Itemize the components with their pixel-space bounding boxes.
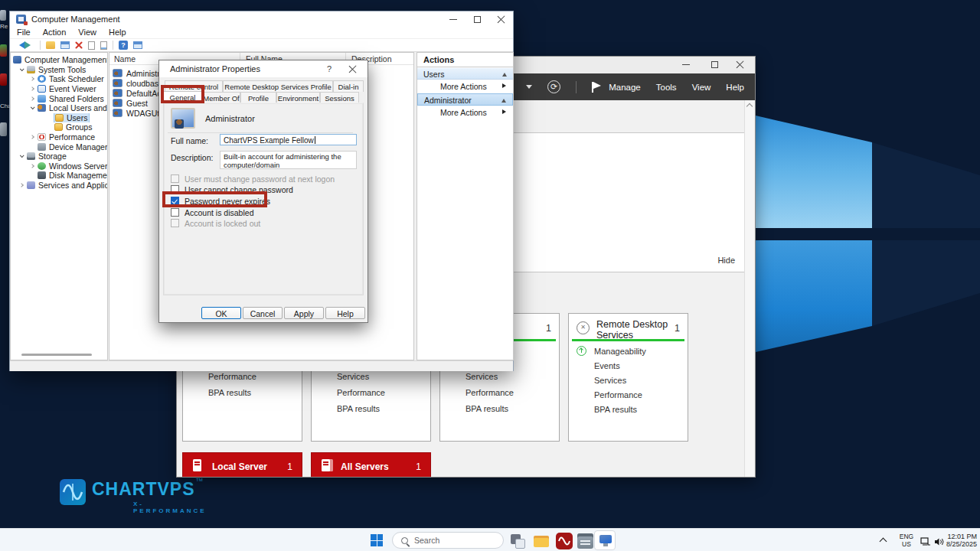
user-row-guest[interactable]: Guest (113, 98, 148, 108)
tile-link[interactable]: BPA results (337, 404, 380, 413)
manage-menu[interactable]: Manage (609, 83, 641, 92)
tree-item-task-scheduler[interactable]: Task Scheduler (11, 74, 107, 84)
help-menu[interactable]: Help (109, 28, 126, 37)
hide-link[interactable]: Hide (717, 256, 735, 265)
tab-member-of[interactable]: Member Of (202, 92, 240, 103)
actions-users-section[interactable]: Users (417, 67, 513, 80)
language-indicator[interactable]: ENGUS (897, 533, 916, 548)
close-icon[interactable] (737, 60, 744, 68)
help-menu[interactable]: Help (726, 83, 744, 92)
refresh-icon[interactable]: ⟳ (547, 80, 560, 93)
description-field[interactable]: Built-in account for administering the c… (220, 151, 357, 169)
chevron-collapsed-icon[interactable] (30, 86, 34, 91)
tab-rds-profile[interactable]: Remote Desktop Services Profile (223, 80, 333, 92)
checkbox-row-cannot-change-password[interactable]: User cannot change password (171, 184, 293, 194)
scrollbar[interactable] (744, 100, 754, 478)
tab-remote-control[interactable]: Remote control (165, 80, 223, 92)
tree-item-event-viewer[interactable]: Event Viewer (11, 84, 107, 94)
tree-item-performance[interactable]: Performance (11, 132, 107, 142)
view-menu[interactable]: View (692, 83, 711, 92)
chevron-collapsed-icon[interactable] (30, 96, 34, 101)
network-icon[interactable] (920, 536, 931, 549)
local-server-tile[interactable]: Local Server 1 (182, 452, 302, 478)
checkbox-row-password-never-expires[interactable]: Password never expires (171, 196, 270, 206)
titlebar[interactable]: Computer Management (10, 11, 513, 26)
tile-link[interactable]: Performance (466, 388, 514, 397)
computer-management-button-active[interactable] (594, 530, 616, 550)
tree-item-disk-management[interactable]: Disk Management (11, 171, 107, 181)
start-button[interactable] (371, 534, 383, 546)
ok-button[interactable]: OK (201, 307, 241, 319)
tile-link[interactable]: BPA results (466, 404, 508, 413)
tile-link[interactable]: Events (594, 361, 620, 370)
show-console-tree-icon[interactable] (46, 41, 55, 49)
column-name[interactable]: Name (114, 54, 136, 64)
tile-link[interactable]: Performance (208, 372, 256, 381)
horizontal-scrollbar[interactable] (21, 354, 92, 356)
speaker-icon[interactable] (934, 536, 945, 549)
clock[interactable]: 12:01 PM8/25/2025 (946, 533, 977, 548)
checkbox[interactable] (171, 174, 179, 183)
search-box[interactable]: Search (392, 532, 504, 549)
apply-button[interactable]: Apply (284, 307, 324, 319)
maximize-icon[interactable] (474, 16, 481, 23)
task-view-button[interactable] (510, 533, 527, 549)
chevron-collapsed-icon[interactable] (30, 164, 34, 168)
tile-link[interactable]: BPA results (594, 405, 637, 414)
checkbox[interactable] (171, 208, 179, 217)
tile-link[interactable]: Performance (337, 388, 385, 397)
file-explorer-button[interactable] (533, 533, 550, 549)
action-menu[interactable]: Action (43, 28, 67, 37)
chevron-collapsed-icon[interactable] (30, 77, 34, 82)
tab-profile[interactable]: Profile (240, 92, 276, 103)
scroll-up-icon[interactable] (746, 103, 753, 109)
checkbox[interactable] (171, 219, 179, 227)
tree-item-system-tools[interactable]: System Tools (11, 65, 107, 75)
tree-item-root[interactable]: Computer Management (Local (11, 55, 107, 65)
tile-link[interactable]: Performance (594, 390, 642, 399)
chevron-down-icon[interactable] (526, 85, 532, 89)
tree-item-device-manager[interactable]: Device Manager (11, 142, 107, 152)
delete-icon[interactable] (75, 41, 83, 49)
tree-item-groups[interactable]: Groups (11, 122, 107, 132)
dialog-help-icon[interactable] (325, 64, 334, 73)
maximize-icon[interactable] (711, 61, 718, 68)
full-name-field[interactable]: ChartVPS Example Fellow (220, 134, 357, 145)
server-manager-button[interactable] (577, 533, 594, 549)
desktop-app-icon[interactable] (0, 73, 7, 86)
help-icon[interactable] (119, 41, 128, 50)
tile-link[interactable]: BPA results (208, 388, 251, 397)
tree-item-local-users-groups[interactable]: Local Users and Groups (11, 103, 107, 113)
view-menu[interactable]: View (78, 28, 96, 37)
tree-item-users[interactable]: Users (11, 113, 107, 123)
desktop-app-icon[interactable] (0, 122, 7, 136)
export-list-icon[interactable] (100, 41, 107, 50)
tree-item-services-applications[interactable]: Services and Applications (11, 181, 107, 191)
tree-item-storage[interactable]: Storage (11, 152, 107, 161)
minimize-icon[interactable] (449, 19, 457, 20)
file-menu[interactable]: File (17, 28, 31, 37)
more-actions-users[interactable]: More Actions (417, 80, 513, 93)
chevron-expanded-icon[interactable] (20, 67, 24, 71)
help-button[interactable]: Help (325, 307, 365, 319)
tab-environment[interactable]: Environment (276, 92, 320, 103)
more-actions-administrator[interactable]: More Actions (417, 106, 513, 119)
minimize-icon[interactable] (682, 64, 690, 65)
desktop-app-icon[interactable] (0, 44, 7, 57)
close-icon[interactable] (498, 15, 505, 23)
actions-pane-icon[interactable] (133, 41, 142, 49)
tools-menu[interactable]: Tools (656, 83, 677, 92)
checkbox[interactable] (171, 185, 179, 194)
remote-desktop-services-tile[interactable]: ✕ Remote Desktop Services 1 Manageabilit… (568, 313, 688, 442)
checkbox-row-account-disabled[interactable]: Account is disabled (171, 207, 253, 217)
chartvps-app-button[interactable] (556, 533, 573, 549)
checkbox-checked[interactable] (171, 197, 179, 205)
tree-item-windows-server-backup[interactable]: Windows Server Backup (11, 161, 107, 171)
actions-administrator-section[interactable]: Administrator (417, 93, 513, 106)
recycle-bin-icon[interactable] (0, 10, 6, 21)
cancel-button[interactable]: Cancel (243, 307, 283, 319)
all-servers-tile[interactable]: All Servers 1 (311, 452, 431, 478)
tray-overflow-chevron-icon[interactable] (880, 538, 887, 546)
tile-link[interactable]: Manageability (594, 347, 646, 356)
forward-icon[interactable] (24, 41, 34, 49)
